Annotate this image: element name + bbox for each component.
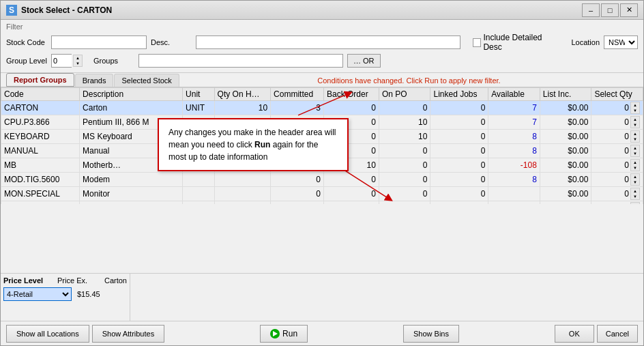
select-qty-value: 0 <box>624 132 629 141</box>
ok-button[interactable]: OK <box>555 325 594 343</box>
or-button[interactable]: … OR <box>347 54 381 68</box>
include-detailed-desc-checkbox[interactable] <box>473 38 482 47</box>
location-select[interactable]: NSW <box>604 35 638 49</box>
tab-selected-stock[interactable]: Selected Stock <box>114 74 179 87</box>
cell-select-qty: 0 ▲ ▼ <box>591 101 643 115</box>
col-header-linked-jobs: Linked Jobs <box>430 88 488 101</box>
cell-select-qty: 0 ▲ ▼ <box>591 187 643 201</box>
filter-label: Filter <box>6 23 638 31</box>
select-qty-spinner[interactable]: ▲ ▼ <box>630 116 640 128</box>
stock-code-label: Stock Code <box>6 38 47 46</box>
price-level-select[interactable]: 4-Retail <box>3 287 72 301</box>
show-bins-button[interactable]: Show Bins <box>403 325 459 343</box>
select-qty-spinner[interactable]: ▲ ▼ <box>630 102 640 114</box>
select-qty-up[interactable]: ▲ <box>631 145 639 151</box>
cell-available: 8 <box>488 173 540 187</box>
close-button[interactable]: ✕ <box>620 3 638 17</box>
select-qty-up[interactable]: ▲ <box>631 131 639 136</box>
cell-qty-on-hand <box>214 173 271 187</box>
cell-qty-on-hand: 2 <box>214 201 271 205</box>
select-qty-down[interactable]: ▼ <box>631 179 639 185</box>
tab-report-groups[interactable]: Report Groups <box>6 73 74 87</box>
select-qty-down[interactable]: ▼ <box>631 194 639 199</box>
run-triangle-icon <box>273 331 278 336</box>
select-qty-up[interactable]: ▲ <box>631 174 639 179</box>
cell-committed: 3 <box>271 101 324 115</box>
stock-code-input[interactable] <box>51 35 147 49</box>
groups-input[interactable] <box>138 54 343 68</box>
cell-list-inc: $0.00 <box>540 201 591 205</box>
cell-list-inc: $0.00 <box>540 173 591 187</box>
select-qty-spinner[interactable]: ▲ ▼ <box>630 188 640 200</box>
group-level-spinner[interactable]: ▲ ▼ <box>73 55 83 67</box>
col-header-back-order: Back Order <box>323 88 379 101</box>
cell-committed: 0 <box>271 187 324 201</box>
select-qty-down[interactable]: ▼ <box>631 108 639 113</box>
window-title: Stock Select - CARTON <box>21 5 112 15</box>
tab-brands[interactable]: Brands <box>75 74 114 87</box>
select-qty-up[interactable]: ▲ <box>631 117 639 122</box>
select-qty-spinner[interactable]: ▲ ▼ <box>630 159 640 171</box>
location-label: Location <box>571 38 600 46</box>
select-qty-spinner[interactable]: ▲ ▼ <box>630 145 640 157</box>
price-level-area: Price Level Price Ex. Carton 4-Retail $1… <box>1 273 643 321</box>
condition-message: Conditions have changed. Click Run to ap… <box>180 76 638 87</box>
cell-unit: UNIT <box>183 101 214 115</box>
select-qty-cell: 0 ▲ ▼ <box>594 159 640 171</box>
select-qty-spinner[interactable]: ▲ ▼ <box>630 202 640 204</box>
cell-on-po: 0 <box>379 101 430 115</box>
group-level-down[interactable]: ▼ <box>74 61 82 66</box>
group-level-up[interactable]: ▲ <box>74 55 82 61</box>
title-bar: S Stock Select - CARTON – □ ✕ <box>1 1 643 20</box>
select-qty-up[interactable]: ▲ <box>631 188 639 194</box>
cell-linked-jobs: 0 <box>430 130 488 144</box>
group-level-input[interactable] <box>51 54 72 68</box>
show-all-locations-button[interactable]: Show all Locations <box>6 325 89 343</box>
cell-available: 7 <box>488 115 540 130</box>
carton-label: Carton <box>104 276 127 285</box>
run-button[interactable]: Run <box>260 325 308 343</box>
table-row[interactable]: MON.VGA56 P2 VGA56 15" Mor UNIT 2 2 0 0 … <box>1 201 643 205</box>
table-scroll[interactable]: Code Description Unit Qty On H… Committe… <box>1 87 643 204</box>
desc-input[interactable] <box>196 35 460 49</box>
cancel-button[interactable]: Cancel <box>597 325 638 343</box>
main-area: Code Description Unit Qty On H… Committe… <box>1 87 643 321</box>
show-attributes-button[interactable]: Show Attributes <box>92 325 164 343</box>
cell-select-qty: 0 ▲ ▼ <box>591 201 643 205</box>
cell-back-order: 0 <box>323 187 379 201</box>
col-header-unit: Unit <box>183 88 214 101</box>
select-qty-down[interactable]: ▼ <box>631 122 639 128</box>
col-header-on-po: On PO <box>379 88 430 101</box>
col-header-committed: Committed <box>271 88 324 101</box>
select-qty-value: 0 <box>624 117 629 127</box>
select-qty-down[interactable]: ▼ <box>631 165 639 171</box>
select-qty-up[interactable]: ▲ <box>631 203 639 204</box>
cell-available: 0 <box>488 201 540 205</box>
table-row[interactable]: MOD.TIG.5600 Modem 0 0 0 0 8 $0.00 0 ▲ ▼ <box>1 173 643 187</box>
cell-linked-jobs: 0 <box>430 173 488 187</box>
select-qty-down[interactable]: ▼ <box>631 151 639 156</box>
cell-list-inc: $0.00 <box>540 130 591 144</box>
col-header-list-inc: List Inc. <box>540 88 591 101</box>
footer: Show all Locations Show Attributes Run S… <box>1 321 643 345</box>
select-qty-spinner[interactable]: ▲ ▼ <box>630 130 640 143</box>
run-icon <box>270 329 280 338</box>
select-qty-up[interactable]: ▲ <box>631 102 639 108</box>
select-qty-value: 0 <box>624 160 629 170</box>
cell-on-po: 0 <box>379 187 430 201</box>
table-row[interactable]: MON.SPECIAL Monitor 0 0 0 0 $0.00 0 ▲ ▼ <box>1 187 643 201</box>
maximize-button[interactable]: □ <box>601 3 619 17</box>
select-qty-up[interactable]: ▲ <box>631 160 639 165</box>
select-qty-spinner[interactable]: ▲ ▼ <box>630 173 640 186</box>
cell-code: MANUAL <box>1 144 80 158</box>
select-qty-cell: 0 ▲ ▼ <box>594 188 640 200</box>
cell-available: 8 <box>488 144 540 158</box>
select-qty-down[interactable]: ▼ <box>631 136 639 142</box>
cell-back-order: 0 <box>323 201 379 205</box>
table-row[interactable]: CARTON Carton UNIT 10 3 0 0 0 7 $0.00 0 … <box>1 101 643 115</box>
cell-code: CARTON <box>1 101 80 115</box>
tabs-area: Report Groups Brands Selected Stock Cond… <box>1 73 643 87</box>
select-qty-value: 0 <box>624 189 629 199</box>
title-controls: – □ ✕ <box>582 3 638 17</box>
minimize-button[interactable]: – <box>582 3 600 17</box>
